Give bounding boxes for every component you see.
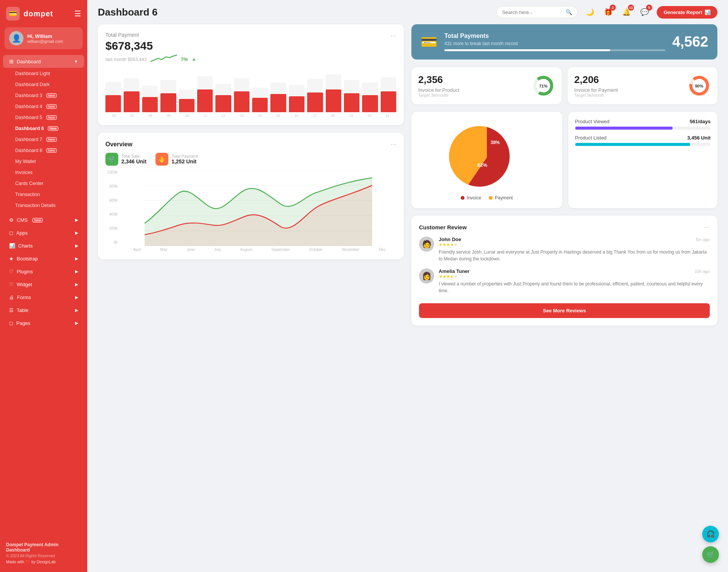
invoice-cards: 2,356 Invoice for Product Target 3k/mont… xyxy=(411,67,717,104)
cart-float-button[interactable]: 🛒 xyxy=(702,546,719,563)
search-input[interactable] xyxy=(502,9,563,15)
total-payments-card: 💳 Total Payments 431 more to break last … xyxy=(411,24,717,60)
user-email: william@gmail.com xyxy=(27,39,63,44)
generate-report-button[interactable]: Generate Report 📊 xyxy=(657,6,717,19)
more-options-icon[interactable]: ··· xyxy=(391,32,396,40)
bar-group xyxy=(362,71,378,112)
see-more-reviews-button[interactable]: See More Reviews xyxy=(419,303,710,318)
overview-more-options[interactable]: ··· xyxy=(391,140,396,148)
x-label-july: July xyxy=(214,248,221,252)
gift-button[interactable]: 🎁 2 xyxy=(601,5,615,19)
x-label-october: October xyxy=(309,248,323,252)
dark-mode-toggle[interactable]: 🌙 xyxy=(583,5,597,19)
main-content: Dashboard 6 🔍 🌙 🎁 2 🔔 12 💬 5 Generate R xyxy=(87,0,728,572)
sidebar-item-widget[interactable]: ♡ Widget ▶ xyxy=(3,278,84,291)
bar-x-label: 06 xyxy=(106,114,122,118)
sidebar-sub-dashboard-dark[interactable]: Dashboard Dark xyxy=(3,79,84,90)
bar-red xyxy=(344,93,359,112)
sidebar-item-dashboard[interactable]: ⊞ Dashboard ▼ xyxy=(3,55,84,68)
svg-text:38%: 38% xyxy=(491,140,500,145)
sidebar-sub-dashboard-3[interactable]: Dashboard 3 New xyxy=(3,90,84,101)
total-payment-sub: last month $563,443 xyxy=(105,57,147,62)
invoice-product-donut: 71% xyxy=(532,74,555,97)
sidebar-item-plugins[interactable]: ♡ Plugins ▶ xyxy=(3,265,84,278)
sidebar-item-bootstrap[interactable]: ★ Bootstrap ▶ xyxy=(3,252,84,265)
sidebar-item-apps[interactable]: ◻ Apps ▶ xyxy=(3,227,84,239)
x-label-august: August xyxy=(240,248,252,252)
total-payment-label2: Total Payment xyxy=(171,154,198,158)
bar-red xyxy=(215,95,231,112)
left-column: Total Payment $678,345 last month $563,4… xyxy=(98,24,404,326)
sidebar-sub-my-wallet[interactable]: My Wallet xyxy=(3,156,84,167)
new-badge: New xyxy=(46,115,57,120)
chevron-right-icon: ▶ xyxy=(75,321,78,326)
product-viewed-track xyxy=(575,127,711,130)
bar-group xyxy=(326,71,341,112)
total-payment-label: Total Payment xyxy=(105,32,196,38)
bar-x-label: 14 xyxy=(252,114,268,118)
total-payments-progress-bar xyxy=(444,49,610,51)
sidebar-sub-invoices[interactable]: Invoices xyxy=(3,167,84,178)
bar-x-label: 07 xyxy=(124,114,140,118)
sidebar-sub-dashboard-light[interactable]: Dashboard Light xyxy=(3,68,84,79)
sidebar-sub-dashboard-4[interactable]: Dashboard 4 New xyxy=(3,101,84,112)
sidebar-sub-dashboard-5[interactable]: Dashboard 5 New xyxy=(3,112,84,123)
bar-group xyxy=(307,71,323,112)
review-item-john: 🧑 John Doe 5m ago ★★★★★ Friendly service… xyxy=(419,237,710,262)
sidebar-sub-dashboard-7[interactable]: Dashboard 7 New xyxy=(3,134,84,145)
sidebar-item-forms[interactable]: 🖨 Forms ▶ xyxy=(3,291,84,304)
sidebar-item-pages[interactable]: ◻ Pages ▶ xyxy=(3,317,84,329)
invoice-legend-label: Invoice xyxy=(467,195,481,201)
amelia-name: Amelia Tuner xyxy=(439,268,469,274)
sidebar-item-table[interactable]: ☰ Table ▶ xyxy=(3,304,84,317)
payment-legend-label: Payment xyxy=(495,195,513,201)
product-stats-card: Product Viewed 561/days Product Listed 3… xyxy=(568,112,718,208)
new-badge: New xyxy=(32,218,43,223)
review-item-amelia: 👩 Amelia Tuner 10h ago ★★★★★ I viewed a … xyxy=(419,268,710,294)
search-icon: 🔍 xyxy=(566,9,572,15)
sidebar-sub-dashboard-8[interactable]: Dashboard 8 New xyxy=(3,145,84,156)
wallet-icon: 💳 xyxy=(420,34,438,50)
page-title: Dashboard 6 xyxy=(98,6,491,18)
x-label-june: June xyxy=(187,248,195,252)
support-float-button[interactable]: 🎧 xyxy=(702,526,719,542)
notification-button[interactable]: 🔔 12 xyxy=(620,5,633,19)
chevron-right-icon: ▶ xyxy=(75,243,78,248)
sidebar-item-cms[interactable]: ⚙ CMS New ▶ xyxy=(3,214,84,226)
review-more-options[interactable]: ··· xyxy=(704,223,710,231)
new-badge: New xyxy=(46,104,57,109)
bar-x-label: 12 xyxy=(216,114,231,118)
bar-group xyxy=(142,71,158,112)
new-badge: New xyxy=(46,137,57,142)
sidebar-sub-transaction[interactable]: Transaction xyxy=(3,189,84,200)
total-payment-value: 1,252 Unit xyxy=(171,158,198,165)
search-box[interactable]: 🔍 xyxy=(496,6,578,18)
y-label-4: 200k xyxy=(105,226,118,230)
total-payment-stat: 🤚 Total Payment 1,252 Unit xyxy=(155,153,198,166)
sidebar-header: 💳 dompet ☰ xyxy=(0,0,87,27)
sidebar-nav: ⊞ Dashboard ▼ Dashboard Light Dashboard … xyxy=(0,55,87,537)
sidebar-item-charts[interactable]: 📊 Charts ▶ xyxy=(3,240,84,252)
trend-line-chart xyxy=(151,54,177,64)
pie-chart-card: 62% 38% Invoice Payment xyxy=(411,112,562,208)
topbar-icons: 🌙 🎁 2 🔔 12 💬 5 xyxy=(583,5,651,19)
sidebar-sub-transaction-details[interactable]: Transaction Details xyxy=(3,200,84,211)
john-review-text: Friendly service Josh, Lunar and everyon… xyxy=(439,249,710,262)
bar-red xyxy=(289,96,304,112)
review-title: Customer Review xyxy=(419,224,467,230)
john-name: John Doe xyxy=(439,237,461,242)
hamburger-icon[interactable]: ☰ xyxy=(74,9,81,18)
bar-group xyxy=(381,71,396,112)
messages-button[interactable]: 💬 5 xyxy=(638,5,651,19)
user-profile[interactable]: 👤 Hi, William william@gmail.com xyxy=(5,27,83,49)
chevron-right-icon: ▶ xyxy=(75,256,78,261)
bar-x-label: 16 xyxy=(289,114,304,118)
trend-arrow-icon: ▲ xyxy=(192,56,196,62)
pie-chart-svg: 62% 38% xyxy=(449,123,525,191)
avatar: 👤 xyxy=(9,31,24,45)
sidebar-sub-dashboard-6[interactable]: Dashboard 6 New xyxy=(3,123,84,134)
bar-red xyxy=(381,91,396,112)
chat-badge: 5 xyxy=(646,5,652,11)
sidebar-sub-cards-center[interactable]: Cards Center xyxy=(3,178,84,189)
right-column: 💳 Total Payments 431 more to break last … xyxy=(411,24,717,326)
